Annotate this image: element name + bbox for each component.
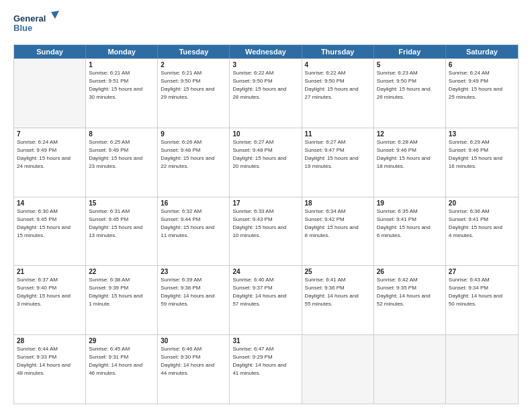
day-number: 4: [305, 61, 371, 68]
day-number: 27: [449, 268, 515, 275]
cell-info-line: Sunset: 9:33 PM: [17, 353, 83, 361]
cell-info-line: Sunrise: 6:31 AM: [89, 208, 154, 216]
cal-cell: 29Sunrise: 6:45 AMSunset: 9:31 PMDayligh…: [86, 335, 158, 404]
cell-info-line: Daylight: 15 hours and: [89, 292, 154, 300]
cell-info-line: Sunrise: 6:34 AM: [305, 208, 371, 216]
page: General Blue SundayMondayTuesdayWednesda…: [0, 0, 532, 411]
cell-info-line: 57 minutes.: [232, 300, 298, 308]
cell-info-line: Daylight: 14 hours and: [305, 292, 371, 300]
cell-info-line: Daylight: 15 hours and: [161, 85, 226, 93]
cal-cell: 20Sunrise: 6:36 AMSunset: 9:41 PMDayligh…: [446, 197, 518, 266]
cell-info-line: Daylight: 15 hours and: [449, 154, 515, 163]
cell-info-line: Sunrise: 6:47 AM: [232, 345, 298, 353]
cal-cell: 27Sunrise: 6:43 AMSunset: 9:34 PMDayligh…: [446, 266, 518, 334]
cell-info-line: Daylight: 14 hours and: [161, 292, 226, 300]
cell-info-line: 22 minutes.: [161, 163, 226, 171]
cal-cell: [374, 335, 446, 404]
cell-info-line: Sunset: 9:36 PM: [305, 284, 371, 292]
cell-info-line: Sunrise: 6:29 AM: [449, 138, 515, 146]
day-number: 10: [232, 130, 298, 138]
day-number: 11: [305, 130, 371, 138]
cal-cell: 1Sunrise: 6:21 AMSunset: 9:51 PMDaylight…: [86, 59, 158, 128]
header-day-sunday: Sunday: [14, 45, 86, 58]
svg-marker-2: [51, 11, 59, 19]
cell-info-line: 15 minutes.: [17, 232, 83, 240]
cal-cell: 10Sunrise: 6:27 AMSunset: 9:48 PMDayligh…: [230, 128, 302, 197]
cell-info-line: Sunset: 9:51 PM: [89, 77, 154, 85]
header-day-wednesday: Wednesday: [230, 45, 302, 58]
week-row-2: 14Sunrise: 6:30 AMSunset: 9:45 PMDayligh…: [14, 197, 518, 266]
cell-info-line: Sunset: 9:50 PM: [232, 77, 298, 85]
day-number: 9: [161, 130, 226, 138]
cal-cell: 8Sunrise: 6:25 AMSunset: 9:49 PMDaylight…: [86, 128, 158, 197]
cell-info-line: 11 minutes.: [161, 232, 226, 240]
day-number: 29: [89, 337, 154, 345]
cell-info-line: Sunrise: 6:30 AM: [17, 208, 83, 216]
cell-info-line: Sunset: 9:50 PM: [305, 77, 371, 85]
cell-info-line: 52 minutes.: [377, 300, 443, 308]
cell-info-line: Daylight: 15 hours and: [449, 85, 515, 93]
week-row-4: 28Sunrise: 6:44 AMSunset: 9:33 PMDayligh…: [14, 334, 518, 404]
cal-cell: 18Sunrise: 6:34 AMSunset: 9:42 PMDayligh…: [302, 197, 374, 266]
cal-cell: [14, 59, 86, 128]
cell-info-line: 19 minutes.: [305, 163, 371, 171]
cell-info-line: Sunset: 9:49 PM: [17, 146, 83, 154]
cal-cell: 6Sunrise: 6:24 AMSunset: 9:49 PMDaylight…: [446, 59, 518, 128]
cell-info-line: Daylight: 15 hours and: [449, 224, 515, 232]
cell-info-line: Daylight: 14 hours and: [17, 361, 83, 369]
cell-info-line: Sunset: 9:49 PM: [449, 77, 515, 85]
day-number: 25: [305, 268, 371, 275]
cell-info-line: Sunrise: 6:25 AM: [89, 138, 154, 146]
cell-info-line: Sunset: 9:46 PM: [449, 146, 515, 154]
cell-info-line: 13 minutes.: [89, 232, 154, 240]
cal-cell: 26Sunrise: 6:42 AMSunset: 9:35 PMDayligh…: [374, 266, 446, 334]
day-number: 17: [232, 199, 298, 207]
day-number: 8: [89, 130, 154, 138]
cell-info-line: Sunset: 9:34 PM: [449, 284, 515, 292]
day-number: 21: [17, 268, 83, 275]
day-number: 5: [377, 61, 443, 68]
cell-info-line: Sunset: 9:35 PM: [377, 284, 443, 292]
cell-info-line: Sunrise: 6:22 AM: [305, 69, 371, 77]
cal-cell: 28Sunrise: 6:44 AMSunset: 9:33 PMDayligh…: [14, 335, 86, 404]
cell-info-line: Daylight: 15 hours and: [89, 224, 154, 232]
svg-text:General: General: [13, 13, 46, 24]
day-number: 14: [17, 199, 83, 207]
cell-info-line: 59 minutes.: [161, 300, 226, 308]
cal-cell: 13Sunrise: 6:29 AMSunset: 9:46 PMDayligh…: [446, 128, 518, 197]
header-day-monday: Monday: [86, 45, 158, 58]
cell-info-line: Sunset: 9:47 PM: [305, 146, 371, 154]
cell-info-line: 26 minutes.: [377, 93, 443, 101]
cal-cell: 31Sunrise: 6:47 AMSunset: 9:29 PMDayligh…: [230, 335, 302, 404]
cell-info-line: Daylight: 14 hours and: [89, 361, 154, 369]
day-number: 7: [17, 130, 83, 138]
cell-info-line: Daylight: 15 hours and: [161, 154, 226, 163]
cal-cell: 11Sunrise: 6:27 AMSunset: 9:47 PMDayligh…: [302, 128, 374, 197]
cal-cell: 7Sunrise: 6:24 AMSunset: 9:49 PMDaylight…: [14, 128, 86, 197]
week-row-1: 7Sunrise: 6:24 AMSunset: 9:49 PMDaylight…: [14, 128, 518, 197]
day-number: 26: [377, 268, 443, 275]
cell-info-line: Sunrise: 6:41 AM: [305, 276, 371, 284]
cell-info-line: Sunset: 9:37 PM: [232, 284, 298, 292]
cal-cell: 17Sunrise: 6:33 AMSunset: 9:43 PMDayligh…: [230, 197, 302, 266]
cell-info-line: Sunrise: 6:36 AM: [449, 208, 515, 216]
cell-info-line: 44 minutes.: [161, 369, 226, 377]
cell-info-line: 10 minutes.: [232, 232, 298, 240]
cal-cell: 22Sunrise: 6:38 AMSunset: 9:39 PMDayligh…: [86, 266, 158, 334]
cell-info-line: Sunrise: 6:42 AM: [377, 276, 443, 284]
day-number: 31: [232, 337, 298, 345]
cell-info-line: Daylight: 15 hours and: [377, 224, 443, 232]
calendar-header: SundayMondayTuesdayWednesdayThursdayFrid…: [14, 45, 518, 58]
cell-info-line: Sunset: 9:43 PM: [232, 216, 298, 224]
cell-info-line: Sunrise: 6:22 AM: [232, 69, 298, 77]
cell-info-line: Sunrise: 6:40 AM: [232, 276, 298, 284]
cell-info-line: Daylight: 15 hours and: [232, 224, 298, 232]
cell-info-line: Daylight: 15 hours and: [377, 85, 443, 93]
cal-cell: 23Sunrise: 6:39 AMSunset: 9:38 PMDayligh…: [158, 266, 230, 334]
day-number: 30: [161, 337, 226, 345]
cell-info-line: 18 minutes.: [377, 163, 443, 171]
cell-info-line: 50 minutes.: [449, 300, 515, 308]
cell-info-line: Sunrise: 6:21 AM: [161, 69, 226, 77]
cell-info-line: Sunrise: 6:32 AM: [161, 208, 226, 216]
cal-cell: 14Sunrise: 6:30 AMSunset: 9:45 PMDayligh…: [14, 197, 86, 266]
